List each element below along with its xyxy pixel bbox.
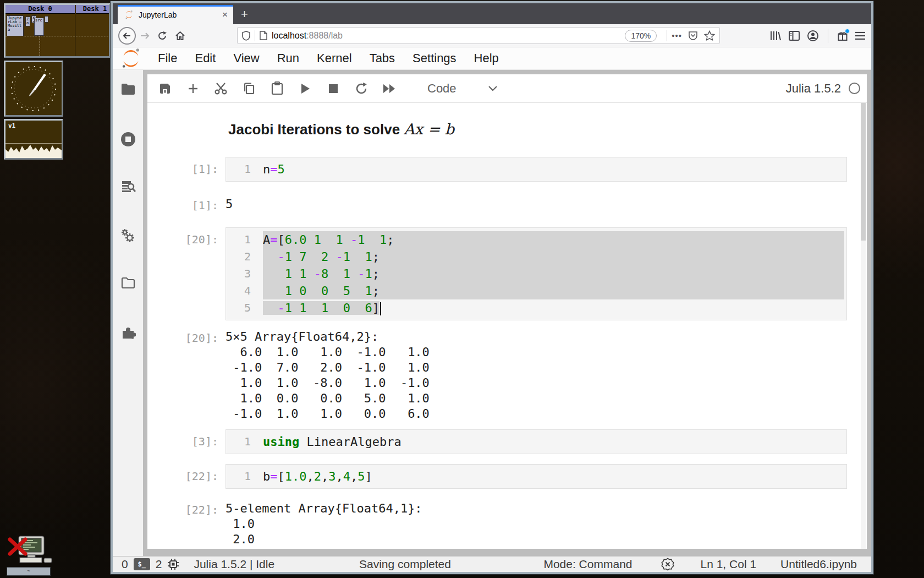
- interrupt-kernel-button[interactable]: [323, 79, 343, 99]
- url-text[interactable]: localhost:8888/lab: [272, 31, 625, 41]
- dock-panel: Code Julia 1.5.2 Jacobi Iteratio: [143, 70, 871, 556]
- pager-window-jupyterlab[interactable]: JupyterLab — Mozilla: [7, 15, 24, 36]
- add-cell-button[interactable]: [183, 79, 203, 99]
- pager-window-src[interactable]: src: [34, 18, 44, 36]
- code-editor[interactable]: 1using LinearAlgebra: [226, 429, 847, 454]
- code-editor[interactable]: 1n=5: [226, 157, 847, 182]
- urlbar-separator: [667, 30, 667, 41]
- menu-item-view[interactable]: View: [224, 51, 268, 66]
- desktop-pager[interactable]: Desk 0 JupyterLab — Mozilla Zo Xa src De…: [4, 3, 111, 58]
- line-numbers: 1: [226, 161, 258, 178]
- account-icon[interactable]: [807, 30, 819, 42]
- markdown-title[interactable]: Jacobi Iterations to solve Ax = b: [228, 119, 847, 139]
- reload-button[interactable]: [153, 27, 171, 45]
- page-actions-icon[interactable]: •••: [672, 31, 682, 40]
- page-info-icon: [260, 31, 267, 40]
- zoom-level-indicator[interactable]: 170%: [625, 30, 657, 42]
- sidebar-tab-inspector[interactable]: [113, 228, 143, 277]
- scissors-icon: [214, 82, 228, 95]
- plus-icon: [186, 82, 200, 95]
- cell-prompt: [20]:: [147, 227, 226, 247]
- trust-shield-icon[interactable]: [661, 558, 674, 571]
- library-icon[interactable]: [769, 30, 782, 41]
- bookmark-star-icon[interactable]: [704, 30, 715, 41]
- filename[interactable]: Untitled6.ipynb: [780, 558, 857, 571]
- menu-item-run[interactable]: Run: [268, 51, 308, 66]
- code-editor[interactable]: 1b=[1.0,2,3,4,5]: [226, 464, 847, 489]
- sidebar-tab-extensions[interactable]: [113, 325, 143, 374]
- cell-type-dropdown[interactable]: Code: [427, 81, 457, 96]
- mode-indicator[interactable]: Mode: Command: [543, 558, 632, 571]
- scrollbar-thumb[interactable]: [861, 103, 866, 241]
- menu-item-edit[interactable]: Edit: [186, 51, 224, 66]
- output-text: 5: [226, 193, 847, 212]
- cell-prompt: [3]:: [147, 429, 226, 449]
- browser-tab-jupyterlab[interactable]: JupyterLab ×: [118, 5, 233, 24]
- code-text[interactable]: using LinearAlgebra: [258, 433, 846, 450]
- kernel-status-icon[interactable]: [849, 83, 860, 94]
- run-all-button[interactable]: [380, 79, 399, 99]
- forward-button[interactable]: [136, 27, 153, 45]
- copy-cells-button[interactable]: [239, 79, 259, 99]
- tracking-shield-icon: [242, 31, 250, 41]
- tab-close-icon[interactable]: ×: [222, 10, 228, 19]
- sidebar-tab-commands[interactable]: [113, 180, 143, 228]
- kernel-sessions-icon[interactable]: [167, 558, 179, 570]
- pocket-icon[interactable]: [688, 30, 698, 41]
- run-icon: [300, 83, 311, 95]
- sidebar-tab-running[interactable]: [113, 132, 143, 180]
- monitor-graph: [6, 139, 62, 158]
- terminals-count[interactable]: 0: [122, 558, 128, 571]
- save-button[interactable]: [155, 79, 175, 99]
- paste-cells-button[interactable]: [267, 79, 287, 99]
- code-text[interactable]: b=[1.0,2,3,4,5]: [258, 468, 846, 485]
- urlbar-separator: [255, 30, 255, 41]
- pager-grid-line: [40, 36, 40, 56]
- kernel-name[interactable]: Julia 1.5.2: [786, 81, 841, 96]
- tab-title: JupyterLab: [139, 10, 222, 19]
- url-bar[interactable]: localhost:8888/lab 170% •••: [237, 27, 720, 44]
- cut-cells-button[interactable]: [211, 79, 231, 99]
- pager-window-zo[interactable]: Zo: [25, 17, 30, 26]
- cursor-position[interactable]: Ln 1, Col 1: [701, 558, 757, 571]
- sidebar-tab-open-tabs[interactable]: [113, 277, 143, 325]
- sidebar-tab-filebrowser[interactable]: [113, 83, 143, 132]
- output-area: [1]:5: [147, 193, 847, 213]
- code-cell: [20]:12345A=[6.0 1 1 -1 1; -1 7 2 -1 1; …: [147, 227, 847, 320]
- menu-item-file[interactable]: File: [149, 51, 186, 66]
- new-tab-button[interactable]: +: [241, 8, 248, 20]
- menu-item-settings[interactable]: Settings: [404, 51, 465, 66]
- clock-hand: [32, 74, 46, 91]
- monitor-label: v1: [6, 121, 62, 129]
- pager-desk-1[interactable]: Desk 1: [76, 5, 111, 56]
- kernels-count[interactable]: 2: [156, 558, 162, 571]
- notebook-panel: Code Julia 1.5.2 Jacobi Iteratio: [147, 74, 867, 549]
- whats-new-gift-icon[interactable]: [837, 30, 848, 41]
- code-text[interactable]: n=5: [258, 161, 846, 178]
- stop-circle-icon: [120, 132, 136, 147]
- hamburger-menu-icon[interactable]: [855, 31, 866, 41]
- stop-icon: [328, 84, 338, 94]
- menu-item-kernel[interactable]: Kernel: [308, 51, 361, 66]
- menu-item-tabs[interactable]: Tabs: [361, 51, 404, 66]
- line-numbers: 12345: [226, 231, 258, 317]
- clock-widget: [4, 61, 63, 117]
- gears-icon: [120, 228, 136, 243]
- xterm-desktop-icon[interactable]: ~: [7, 535, 59, 576]
- menu-item-help[interactable]: Help: [465, 51, 508, 66]
- pager-grid-line: [76, 36, 111, 36]
- kernel-status-text[interactable]: Julia 1.5.2 | Idle: [194, 558, 274, 571]
- code-editor[interactable]: 12345A=[6.0 1 1 -1 1; -1 7 2 -1 1; 1 1 -…: [226, 227, 847, 320]
- pager-desk-0[interactable]: Desk 0 JupyterLab — Mozilla Zo Xa src: [6, 5, 75, 56]
- back-button[interactable]: [118, 27, 136, 45]
- terminal-icon[interactable]: $_: [134, 558, 150, 570]
- restart-kernel-button[interactable]: [351, 79, 371, 99]
- home-button[interactable]: [171, 27, 189, 45]
- notebook-scrollbar[interactable]: [861, 103, 866, 549]
- run-cell-button[interactable]: [295, 79, 315, 99]
- sidebar-toggle-icon[interactable]: [788, 30, 800, 41]
- code-text[interactable]: A=[6.0 1 1 -1 1; -1 7 2 -1 1; 1 1 -8 1 -…: [258, 231, 846, 317]
- pager-window-small[interactable]: [45, 16, 48, 23]
- cell-type-dropdown-chevron[interactable]: [488, 86, 497, 91]
- code-cell: [3]:1using LinearAlgebra: [147, 429, 847, 454]
